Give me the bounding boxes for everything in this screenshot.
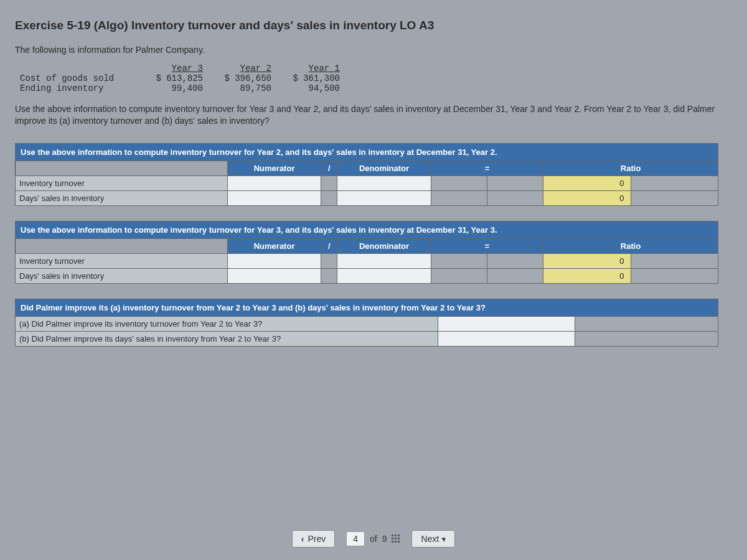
question-b-answer[interactable] (438, 331, 575, 346)
section-title-improvement: Did Palmer improve its (a) inventory tur… (16, 299, 718, 316)
cursor-icon (441, 536, 447, 541)
numerator-input[interactable] (227, 268, 321, 283)
worksheet-year2: Use the above information to compute inv… (15, 143, 718, 206)
col-header-denominator: Denominator (337, 238, 431, 253)
denominator-input[interactable] (337, 175, 431, 190)
col-header-year1: Year 1 (276, 63, 345, 73)
question-prompt: Use the above information to compute inv… (15, 103, 732, 127)
question-a-label: (a) Did Palmer improve its inventory tur… (16, 316, 438, 331)
cogs-year3: $ 613,825 (139, 73, 208, 83)
numerator-input[interactable] (227, 253, 321, 268)
improvement-questions: Did Palmer improve its (a) inventory tur… (15, 299, 718, 347)
col-header-slash: / (321, 238, 337, 253)
prev-button[interactable]: ‹ Prev (292, 530, 335, 548)
row-label-days-sales: Days' sales in inventory (16, 190, 228, 205)
col-header-denominator: Denominator (337, 161, 431, 175)
next-button[interactable]: Next (411, 530, 455, 548)
exercise-title: Exercise 5-19 (Algo) Inventory turnover … (15, 19, 732, 32)
ratio-output: 0 (543, 268, 631, 283)
grid-icon[interactable] (392, 534, 400, 543)
row-label-ending-inv: Ending inventory (15, 83, 139, 93)
pagination-footer: ‹ Prev 4 of 9 Next (0, 530, 747, 548)
of-label: of (370, 534, 377, 544)
ratio-output: 0 (543, 253, 631, 268)
question-b-label: (b) Did Palmer improve its days' sales i… (16, 331, 438, 346)
col-header-numerator: Numerator (227, 238, 321, 253)
section-title-year3: Use the above information to compute inv… (16, 221, 718, 238)
chevron-left-icon: ‹ (301, 534, 304, 544)
current-page: 4 (346, 531, 365, 546)
denominator-input[interactable] (337, 253, 431, 268)
total-pages: 9 (382, 534, 387, 544)
row-label-days-sales: Days' sales in inventory (16, 268, 228, 283)
ratio-output: 0 (543, 175, 631, 190)
prev-label: Prev (308, 534, 326, 544)
row-label-inventory-turnover: Inventory turnover (16, 175, 228, 190)
denominator-input[interactable] (337, 268, 431, 283)
question-a-answer[interactable] (438, 316, 575, 331)
cogs-year1: $ 361,300 (276, 73, 345, 83)
endinv-year1: 94,500 (276, 83, 345, 93)
col-header-equals: = (431, 161, 543, 175)
endinv-year3: 99,400 (139, 83, 208, 93)
row-label-cogs: Cost of goods sold (15, 73, 139, 83)
next-label: Next (421, 534, 439, 544)
col-header-slash: / (321, 161, 337, 175)
col-header-numerator: Numerator (227, 161, 321, 175)
col-header-ratio: Ratio (543, 238, 718, 253)
ratio-output: 0 (543, 190, 631, 205)
row-label-inventory-turnover: Inventory turnover (16, 253, 228, 268)
col-header-equals: = (431, 238, 543, 253)
col-header-ratio: Ratio (543, 161, 718, 175)
endinv-year2: 89,750 (208, 83, 276, 93)
section-title-year2: Use the above information to compute inv… (16, 143, 718, 161)
col-header-year3: Year 3 (139, 63, 208, 73)
numerator-input[interactable] (227, 175, 321, 190)
cogs-year2: $ 396,650 (208, 73, 276, 83)
intro-text: The following is information for Palmer … (15, 45, 732, 55)
worksheet-year3: Use the above information to compute inv… (15, 221, 718, 284)
company-data-table: Year 3 Year 2 Year 1 Cost of goods sold … (15, 63, 345, 93)
denominator-input[interactable] (337, 190, 431, 205)
col-header-year2: Year 2 (208, 63, 276, 73)
numerator-input[interactable] (227, 190, 321, 205)
